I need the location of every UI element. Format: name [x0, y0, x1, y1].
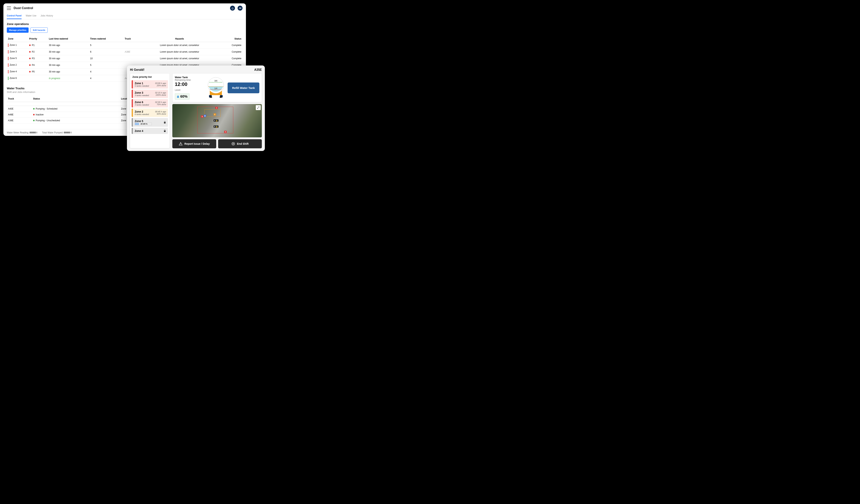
tab-water-use[interactable]: Water Use: [26, 13, 36, 19]
zone-item[interactable]: Zone 15 tanks needed03:00 h ago25% done: [132, 80, 168, 88]
tank-mark-upper: 3/4: [214, 80, 217, 82]
map-marker-3: 3: [201, 115, 203, 118]
zone-item[interactable]: Zone 525 left %: [132, 118, 168, 127]
remaining-label: Remaining time:: [175, 79, 204, 81]
tab-jobs-history[interactable]: Jobs History: [41, 13, 53, 19]
zones-col-4: Truck: [124, 36, 140, 42]
tank-title: Water Tank: [175, 76, 204, 79]
zone-item[interactable]: Zone 63 tanks needed02:00 h ago75% done: [132, 99, 168, 107]
zones-col-6: Status: [219, 36, 243, 42]
table-row[interactable]: Zone 1 P1 30 min ago 5 Lorem ipsum dolor…: [7, 42, 243, 48]
map-marker-4: 4 🔒: [214, 119, 219, 121]
zone-item[interactable]: Zone 26 tanks needed00:45 h ago50% done: [132, 109, 168, 117]
meter-value: 00000 l: [29, 131, 37, 134]
zone-item[interactable]: Zone 4: [132, 128, 168, 134]
expand-icon[interactable]: [256, 105, 261, 110]
greeting: Hi Gerald!: [130, 68, 144, 72]
tab-control-panel[interactable]: Control Panel: [7, 13, 22, 19]
tank-mark-lower: 1/4: [214, 87, 217, 89]
warning-icon: [179, 142, 183, 146]
trucks-col-0: Truck: [7, 96, 32, 102]
zones-col-2: Last time watered: [48, 36, 89, 42]
tabs: Control Panel Water Use Jobs History: [3, 13, 246, 19]
zones-col-3: Times watered: [89, 36, 124, 42]
lock-icon: [163, 121, 166, 124]
page-title: Dust Control: [14, 6, 33, 10]
map-marker-5: 5 🔒: [214, 126, 219, 128]
site-map[interactable]: 1 2 3 ▮ 4 🔒 5 🔒 6: [172, 104, 262, 138]
zones-col-5: Hazards: [140, 36, 219, 42]
zones-col-0: Zone: [7, 36, 28, 42]
level-label: Level:: [175, 89, 204, 91]
header: Dust Control JM: [3, 3, 246, 13]
close-circle-icon: [231, 142, 235, 146]
menu-icon[interactable]: [7, 6, 11, 10]
level-value: 60%: [180, 95, 187, 99]
meter-label: Water Meter Reading:: [7, 131, 29, 134]
avatar[interactable]: JM: [238, 6, 243, 11]
zones-col-1: Priority: [28, 36, 48, 42]
refill-button[interactable]: Refill Water Tank: [228, 83, 259, 93]
table-row[interactable]: Zone 3 P2 30 min ago 6 A38E Lorem ipsum …: [7, 48, 243, 55]
lock-icon: [163, 130, 166, 132]
table-row[interactable]: Zone 5 P3 30 min ago 10 Lorem ipsum dolo…: [7, 55, 243, 62]
drop-icon: [177, 95, 179, 98]
vehicle-id: A35E: [254, 68, 262, 72]
end-shift-button[interactable]: End Shift: [218, 139, 262, 148]
edit-hazards-button[interactable]: Edit hazards: [30, 27, 48, 33]
trucks-col-1: Status: [32, 96, 120, 102]
remaining-value: 12:00: [175, 81, 204, 87]
zone-item[interactable]: Zone 33 tanks needed02:15 h ago100% done: [132, 90, 168, 98]
pumped-label: Total Water Pumped:: [42, 131, 63, 134]
map-marker-1: 1: [215, 107, 218, 109]
report-issue-button[interactable]: Report Issue / Delay: [172, 139, 216, 148]
level-badge: 60%: [175, 93, 189, 100]
bell-icon[interactable]: [230, 6, 235, 11]
manage-priorities-button[interactable]: Manage priorities: [7, 27, 29, 33]
map-marker-6: 6: [224, 131, 227, 133]
pumped-value: 00000 l: [64, 131, 71, 134]
zone-ops-title: Zone operations: [7, 22, 243, 26]
map-marker-2: 2: [214, 113, 216, 116]
zone-list-title: Zone priority list: [130, 74, 170, 80]
tank-gauge: 3/4 1/4: [206, 77, 225, 99]
map-marker-truck: ▮: [204, 115, 206, 117]
tablet-window: Hi Gerald! A35E Zone priority list Zone …: [127, 66, 265, 151]
